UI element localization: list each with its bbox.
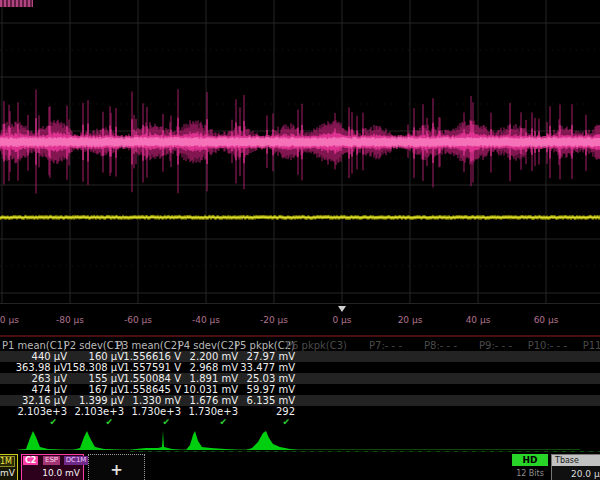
measure-cell: 27.97 mV bbox=[247, 351, 295, 362]
measure-cell: 1.891 mV bbox=[190, 373, 238, 384]
measure-cell: 155 µV bbox=[89, 373, 124, 384]
measure-cell: 2.103e+3 bbox=[74, 406, 124, 417]
hd-bits-label: 12 Bits bbox=[510, 469, 550, 478]
descriptor-bar: DC1M 0 mV C2 ESP DC1M 10.0 mV + HD 12 Bi… bbox=[0, 452, 600, 480]
measure-cell: 1.730e+3 bbox=[131, 406, 181, 417]
status-check-icon: ✔ bbox=[162, 417, 170, 428]
time-tick-label: -40 µs bbox=[184, 315, 228, 325]
c1-descriptor[interactable]: DC1M 0 mV bbox=[0, 454, 18, 480]
table-row: P1 mean(C1)P2 sdev(C1)P3 mean(C2)P4 sdev… bbox=[0, 340, 600, 351]
measure-header-unused[interactable]: P9:- - - bbox=[479, 340, 512, 351]
table-row: ✔✔✔✔✔ bbox=[0, 417, 600, 428]
status-check-icon: ✔ bbox=[219, 417, 227, 428]
time-tick-label: 20 µs bbox=[388, 315, 432, 325]
plus-icon: + bbox=[89, 463, 144, 478]
measure-cell: 33.477 mV bbox=[240, 362, 295, 373]
measure-header-unused[interactable]: P7:- - - bbox=[369, 340, 402, 351]
c2-badge-row: C2 ESP DC1M bbox=[23, 456, 88, 465]
measure-cell: 440 µV bbox=[32, 351, 67, 362]
time-tick-label: -80 µs bbox=[48, 315, 92, 325]
measure-cell: 1.558645 V bbox=[123, 384, 181, 395]
measure-header[interactable]: P3 mean(C2) bbox=[116, 340, 181, 351]
table-row: 32.16 µV1.399 µV1.330 mV1.676 mV6.135 mV bbox=[0, 395, 600, 406]
table-row: 363.98 µV158.308 µV1.557591 V2.968 mV33.… bbox=[0, 362, 600, 373]
measure-cell: 1.556616 V bbox=[123, 351, 181, 362]
measure-cell: 1.676 mV bbox=[190, 395, 238, 406]
measure-header-unused[interactable]: P6 pkpk(C3) bbox=[286, 340, 347, 351]
timebase-title: Tbase bbox=[552, 455, 600, 466]
measure-cell: 474 µV bbox=[32, 384, 67, 395]
measure-cell: 59.97 mV bbox=[247, 384, 295, 395]
oscilloscope-screen: -100 µs-80 µs-60 µs-40 µs-20 µs0 µs20 µs… bbox=[0, 0, 600, 480]
table-row: 263 µV155 µV1.550084 V1.891 mV25.03 mV bbox=[0, 373, 600, 384]
measure-table: P1 mean(C1)P2 sdev(C1)P3 mean(C2)P4 sdev… bbox=[0, 337, 600, 429]
measure-cell: 363.98 µV bbox=[16, 362, 67, 373]
table-row: 2.103e+32.103e+31.730e+31.730e+3292 bbox=[0, 406, 600, 417]
c2-esp-badge: ESP bbox=[43, 456, 60, 465]
status-check-icon: ✔ bbox=[282, 417, 290, 428]
measure-header[interactable]: P1 mean(C1) bbox=[2, 340, 67, 351]
waveform-display[interactable] bbox=[0, 0, 600, 304]
measure-cell: 1.550084 V bbox=[123, 373, 181, 384]
time-tick-label: -20 µs bbox=[252, 315, 296, 325]
trigger-position-marker[interactable] bbox=[338, 306, 346, 312]
timebase-descriptor[interactable]: Tbase 20.0 µs bbox=[551, 454, 600, 480]
measure-cell: 2.103e+3 bbox=[17, 406, 67, 417]
measure-cell: 1.399 µV bbox=[79, 395, 124, 406]
measure-cell: 1.730e+3 bbox=[188, 406, 238, 417]
time-tick-label: -60 µs bbox=[116, 315, 160, 325]
time-axis: -100 µs-80 µs-60 µs-40 µs-20 µs0 µs20 µs… bbox=[0, 304, 600, 335]
measure-cell: 2.968 mV bbox=[190, 362, 238, 373]
c2-channel-badge: C2 bbox=[23, 456, 38, 465]
measure-cell: 160 µV bbox=[89, 351, 124, 362]
measure-cell: 1.557591 V bbox=[123, 362, 181, 373]
status-check-icon: ✔ bbox=[49, 417, 57, 428]
table-row: 474 µV167 µV1.558645 V10.031 mV59.97 mV bbox=[0, 384, 600, 395]
trace-label-badge bbox=[0, 0, 33, 7]
measure-cell: 6.135 mV bbox=[247, 395, 295, 406]
c2-descriptor[interactable]: C2 ESP DC1M 10.0 mV bbox=[21, 454, 84, 480]
table-row: 440 µV160 µV1.556616 V2.200 mV27.97 mV bbox=[0, 351, 600, 362]
c2-scale: 10.0 mV bbox=[42, 468, 80, 478]
time-tick-label: 0 µs bbox=[320, 315, 364, 325]
time-tick-label: 60 µs bbox=[524, 315, 568, 325]
c1-scale: 0 mV bbox=[0, 468, 15, 478]
status-check-icon: ✔ bbox=[105, 417, 113, 428]
c2-coupling-badge: DC1M bbox=[64, 456, 89, 465]
measure-cell: 10.031 mV bbox=[183, 384, 238, 395]
parameter-histicons[interactable] bbox=[0, 429, 600, 452]
time-tick-label: -100 µs bbox=[0, 315, 24, 325]
measure-cell: 25.03 mV bbox=[247, 373, 295, 384]
measure-cell: 2.200 mV bbox=[190, 351, 238, 362]
hd-mode-badge[interactable]: HD bbox=[512, 454, 548, 466]
c1-coupling-badge: DC1M bbox=[0, 456, 15, 467]
measure-cell: 1.330 mV bbox=[133, 395, 181, 406]
add-trace-box[interactable]: + bbox=[88, 454, 145, 480]
timebase-scale: 20.0 µs bbox=[571, 469, 600, 479]
measure-header-unused[interactable]: P10:- - - bbox=[528, 340, 567, 351]
time-tick-label: 40 µs bbox=[456, 315, 500, 325]
measure-header-unused[interactable]: P11:- - - bbox=[583, 340, 600, 351]
measure-cell: 167 µV bbox=[89, 384, 124, 395]
measure-cell: 32.16 µV bbox=[22, 395, 67, 406]
measure-cell: 263 µV bbox=[32, 373, 67, 384]
waveform-traces bbox=[0, 0, 600, 304]
measure-cell: 158.308 µV bbox=[66, 362, 124, 373]
measure-cell: 292 bbox=[276, 406, 295, 417]
measure-header[interactable]: P4 sdev(C2) bbox=[178, 340, 238, 351]
measure-header-unused[interactable]: P8:- - - bbox=[424, 340, 457, 351]
